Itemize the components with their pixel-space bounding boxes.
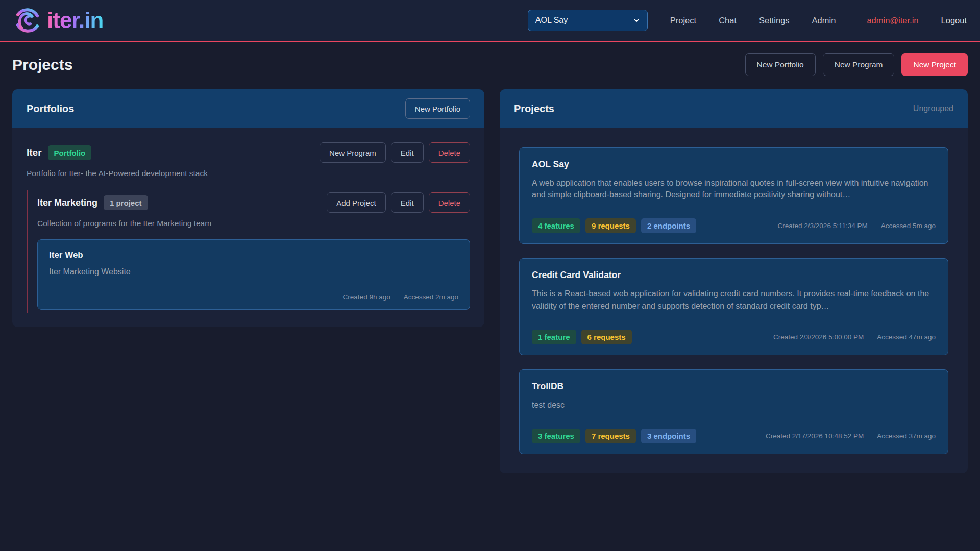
card-divider [49, 286, 458, 286]
new-project-button[interactable]: New Project [901, 53, 968, 76]
features-badge: 3 features [532, 429, 580, 443]
nav-link-admin[interactable]: Admin [812, 16, 836, 26]
project-created: Created 9h ago [343, 293, 390, 301]
program-delete-button[interactable]: Delete [429, 192, 470, 213]
panel-new-portfolio-button[interactable]: New Portfolio [405, 98, 470, 119]
project-card-name: Credit Card Validator [532, 270, 936, 281]
new-portfolio-button[interactable]: New Portfolio [745, 53, 816, 76]
endpoints-badge: 3 endpoints [641, 429, 696, 443]
top-nav: iter.in AOL Say Project Chat Settings Ad… [0, 0, 980, 42]
program-add-project-button[interactable]: Add Project [327, 192, 386, 213]
project-card-description: test desc [532, 399, 936, 411]
project-card-created: Created 2/3/2026 5:00:00 PM [773, 333, 864, 341]
program-description: Collection of programs for the Iter Mark… [37, 219, 470, 228]
portfolio-type-badge: Portfolio [48, 145, 92, 160]
page-title: Projects [12, 56, 72, 73]
portfolio-row: Iter Portfolio New Program Edit Delete [27, 142, 470, 163]
requests-badge: 6 requests [581, 330, 632, 344]
projects-panel-title: Projects [514, 103, 554, 115]
project-name: Iter Web [49, 250, 458, 260]
project-card-accessed: Accessed 5m ago [881, 222, 936, 230]
card-divider [532, 420, 936, 420]
program-row: Iter Marketing 1 project Add Project Edi… [37, 192, 470, 213]
program-name: Iter Marketing [37, 197, 97, 208]
page-header: Projects New Portfolio New Program New P… [12, 53, 968, 76]
endpoints-badge: 2 endpoints [641, 218, 696, 233]
portfolio-name: Iter [27, 147, 42, 158]
project-accessed: Accessed 2m ago [404, 293, 458, 301]
brand-logo[interactable]: iter.in [13, 6, 103, 35]
project-card-accessed: Accessed 37m ago [877, 432, 936, 440]
portfolio-edit-button[interactable]: Edit [391, 142, 424, 163]
requests-badge: 9 requests [585, 218, 636, 233]
nav-link-settings[interactable]: Settings [759, 16, 790, 26]
portfolio-description: Portfolio for Iter- the AI-Powered devel… [27, 169, 470, 178]
portfolio-delete-button[interactable]: Delete [429, 142, 470, 163]
logout-link[interactable]: Logout [941, 16, 967, 26]
chevron-down-icon [633, 17, 640, 24]
user-email: admin@iter.in [867, 16, 918, 26]
project-card-accessed: Accessed 47m ago [877, 333, 936, 341]
projects-panel-header: Projects Ungrouped [500, 89, 968, 128]
project-card-created: Created 2/3/2026 5:11:34 PM [778, 222, 868, 230]
new-program-button[interactable]: New Program [823, 53, 895, 76]
program-block: Iter Marketing 1 project Add Project Edi… [27, 190, 470, 313]
portfolio-new-program-button[interactable]: New Program [320, 142, 386, 163]
project-card-name: AOL Say [532, 159, 936, 170]
program-edit-button[interactable]: Edit [391, 192, 424, 213]
brand-name: iter.in [47, 8, 103, 33]
portfolios-panel: Portfolios New Portfolio Iter Portfolio … [12, 89, 484, 327]
project-card-credit-card-validator[interactable]: Credit Card Validator This is a React-ba… [519, 258, 948, 355]
nav-link-chat[interactable]: Chat [719, 16, 737, 26]
project-card-iter-web[interactable]: Iter Web Iter Marketing Website Created … [37, 239, 470, 310]
project-select-value: AOL Say [535, 16, 633, 25]
group-label: Ungrouped [913, 104, 953, 113]
features-badge: 1 feature [532, 330, 576, 344]
project-card-name: TrollDB [532, 381, 936, 392]
project-card-description: A web application that enables users to … [532, 177, 936, 201]
portfolios-panel-title: Portfolios [27, 103, 74, 115]
nav-divider [851, 11, 851, 30]
requests-badge: 7 requests [585, 429, 636, 443]
project-description: Iter Marketing Website [49, 267, 458, 277]
project-card-created: Created 2/17/2026 10:48:52 PM [766, 432, 864, 440]
portfolios-panel-header: Portfolios New Portfolio [12, 89, 484, 128]
projects-panel: Projects Ungrouped AOL Say A web applica… [500, 89, 968, 473]
project-select[interactable]: AOL Say [528, 10, 648, 31]
card-divider [532, 210, 936, 210]
nav-link-project[interactable]: Project [670, 16, 696, 26]
features-badge: 4 features [532, 218, 580, 233]
project-card-description: This is a React-based web application fo… [532, 288, 936, 311]
project-card-aol-say[interactable]: AOL Say A web application that enables u… [519, 147, 948, 244]
program-count-badge: 1 project [104, 195, 148, 210]
card-divider [532, 321, 936, 321]
project-card-trolldb[interactable]: TrollDB test desc 3 features 7 requests … [519, 369, 948, 454]
swirl-logo-icon [13, 6, 42, 35]
